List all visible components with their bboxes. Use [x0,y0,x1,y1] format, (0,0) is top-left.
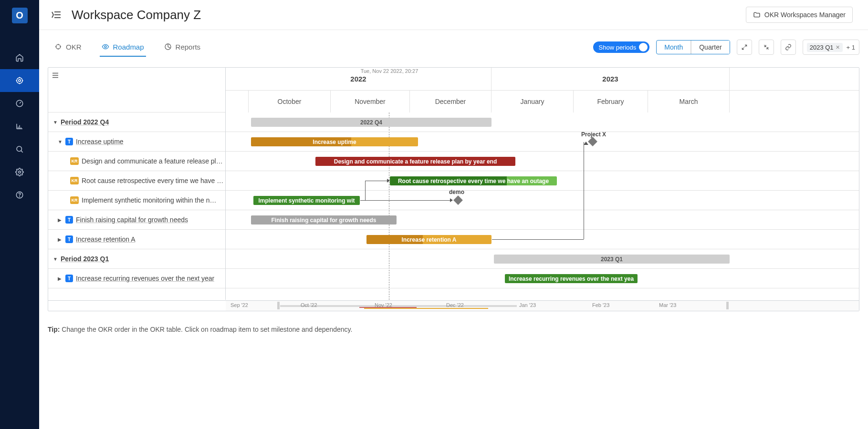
expand-toggle-icon[interactable]: ▶ [58,276,63,281]
dependency-line [492,239,584,240]
bar-recurring-rev[interactable]: Increase recurring revenues over the nex… [505,274,638,283]
gear-icon [15,168,24,176]
tip-body: Change the OKR order in the OKR table. C… [60,326,352,333]
row-kr-monitoring[interactable]: KR Implement synthetic monitoring within… [48,191,225,210]
folder-icon [753,11,761,19]
show-periods-toggle[interactable]: Show periods [593,41,650,53]
row-retention[interactable]: ▶ T Increase retention A [48,230,225,249]
help-icon [15,191,24,199]
row-right: Increase retention A [226,230,859,249]
ruler-label: Jan '23 [519,302,536,308]
gantt-menu-button[interactable] [51,71,61,80]
nav-home[interactable] [0,46,39,69]
ruler-end-handle[interactable] [726,302,729,309]
bar-kr-monitoring[interactable]: Implement synthetic monitoring wit [253,196,360,205]
svg-point-7 [56,44,60,49]
period-chip[interactable]: 2023 Q1 ✕ [807,43,843,52]
expand-toggle-icon[interactable]: ▼ [53,256,59,262]
row-kr-design[interactable]: KR Design and communicate a feature rele… [48,152,225,171]
timeline-ruler[interactable]: Sep '22 Oct '22 Nov '22 Dec '22 Jan '23 … [226,300,859,311]
svg-point-8 [105,46,106,48]
expand-toggle-icon[interactable]: ▼ [58,139,63,144]
collapse-button[interactable] [759,40,774,55]
nav-search[interactable] [0,138,39,161]
collapse-sidebar-button[interactable] [51,9,62,20]
expand-button[interactable] [737,40,752,55]
svg-point-0 [17,78,22,83]
row-period-2022q4[interactable]: ▼ Period 2022 Q4 [48,112,225,132]
milestone-demo-label: demo [449,189,464,195]
milestone-demo-diamond-icon[interactable] [453,195,463,205]
tab-roadmap[interactable]: Roadmap [100,38,146,57]
bar-finish-capital[interactable]: Finish raising capital for growth needs [251,215,397,225]
row-right: Increase recurring revenues over the nex… [226,269,859,288]
bar-period-2022q4[interactable]: 2022 Q4 [251,118,492,127]
link-button[interactable] [781,40,796,55]
nav-help[interactable] [0,184,39,206]
bar-increase-uptime[interactable]: Increase uptime [251,137,418,146]
bar-kr-design[interactable]: Design and communicate a feature release… [315,157,515,166]
now-marker-label: Tue, Nov 22 2022, 20:27 [361,68,418,74]
row-label: Period 2022 Q4 [61,118,109,126]
row-recurring-rev[interactable]: ▶ T Increase recurring revenues over the… [48,269,225,288]
workspaces-manager-label: OKR Workspaces Manager [764,11,846,19]
row-label: Finish raising capital for growth needs [76,216,188,224]
row-label: Design and communicate a feature release… [82,157,223,165]
row-label: Root cause retrospective every time we h… [82,177,223,184]
remove-chip-icon[interactable]: ✕ [836,44,840,51]
show-periods-label: Show periods [599,44,637,51]
bar-period-2023q1[interactable]: 2023 Q1 [494,255,730,264]
row-period-2023q1[interactable]: ▼ Period 2023 Q1 [48,249,225,269]
nav-chart[interactable] [0,115,39,138]
ruler-blank [48,300,226,311]
svg-point-1 [19,80,21,82]
nav-target[interactable] [0,69,39,92]
target-badge: T [65,235,73,243]
ruler-start-handle[interactable] [277,302,280,309]
bar-retention[interactable]: Increase retention A [366,235,492,244]
row-right: Root cause retrospective every time we h… [226,171,859,191]
tab-okr[interactable]: OKR [52,38,84,57]
row-right: Finish raising capital for growth needs [226,210,859,230]
milestone-projectx-diamond-icon[interactable] [588,137,597,146]
link-icon [785,44,792,51]
ruler-label: Nov '22 [375,302,392,308]
year-header: 2022 2023 [226,68,859,90]
month-cell: January [492,91,574,112]
main-content: Workspace Company Z OKR Workspaces Manag… [39,0,868,429]
menu-icon [51,71,60,80]
year-cell: 2022 [226,68,492,90]
ruler-label: Feb '23 [592,302,609,308]
row-label: Increase recurring revenues over the nex… [76,275,214,282]
collapse-icon [763,44,770,51]
tab-okr-label: OKR [66,43,82,51]
expand-toggle-icon[interactable]: ▶ [58,237,63,242]
nav-gauge[interactable] [0,92,39,115]
row-kr-rootcause[interactable]: KR Root cause retrospective every time w… [48,171,225,191]
milestone-projectx-label: Project X [581,131,606,138]
kr-badge: KR [70,157,79,165]
search-icon [15,145,24,153]
nav-settings[interactable] [0,161,39,184]
row-increase-uptime[interactable]: ▼ T Increase uptime [48,132,225,152]
period-chip-label: 2023 Q1 [810,44,834,51]
row-finish-capital[interactable]: ▶ T Finish raising capital for growth ne… [48,210,225,230]
period-filter[interactable]: 2023 Q1 ✕ + 1 [803,40,859,55]
svg-point-3 [17,146,22,152]
row-right: 2023 Q1 [226,249,859,269]
expand-toggle-icon[interactable]: ▼ [53,120,59,125]
gantt-right-panel: 2022 2023 October November December Janu… [226,68,859,300]
workspaces-manager-button[interactable]: OKR Workspaces Manager [746,7,853,23]
year-cell: 2023 [492,68,730,90]
tab-reports[interactable]: Reports [162,38,203,57]
period-chip-more[interactable]: + 1 [847,44,855,51]
row-label: Increase uptime [76,138,124,145]
crosshair-icon [54,43,62,51]
timescale-quarter[interactable]: Quarter [691,41,729,54]
month-cell: October [249,91,331,112]
timescale-month[interactable]: Month [657,41,691,54]
milestone-projectx-arrow-icon [584,142,588,145]
bar-kr-rootcause[interactable]: Root cause retrospective every time we h… [390,176,557,185]
gantt-left-panel: ▼ Period 2022 Q4 ▼ T Increase uptime KR … [48,68,226,300]
expand-toggle-icon[interactable]: ▶ [58,217,63,223]
